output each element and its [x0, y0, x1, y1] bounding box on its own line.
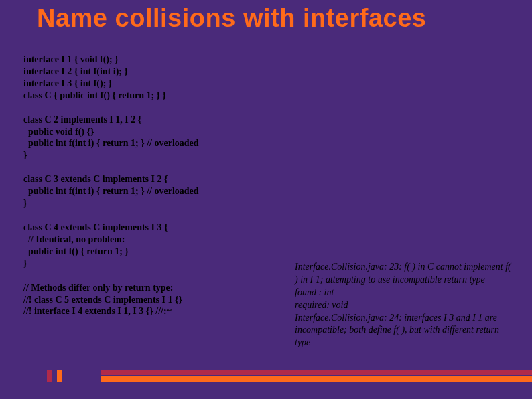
footer-decoration	[0, 370, 532, 382]
footer-bar	[101, 370, 532, 375]
footer-bar	[101, 376, 532, 382]
slide: Name collisions with interfaces interfac…	[0, 0, 532, 399]
code-block: class C 3 extends C implements I 2 { pub…	[23, 173, 285, 210]
slide-title: Name collisions with interfaces	[37, 4, 519, 33]
footer-tick	[47, 370, 52, 382]
code-block: class C 2 implements I 1, I 2 { public v…	[23, 114, 285, 162]
error-output: Interface.Collision.java: 23: f( ) in C …	[295, 261, 516, 349]
code-block: class C 4 extends C implements I 3 { // …	[23, 222, 285, 270]
footer-tick	[57, 370, 62, 382]
code-column: interface I 1 { void f(); } interface I …	[23, 54, 285, 329]
code-block: // Methods differ only by return type: /…	[23, 282, 285, 318]
code-block: interface I 1 { void f(); } interface I …	[23, 54, 285, 102]
